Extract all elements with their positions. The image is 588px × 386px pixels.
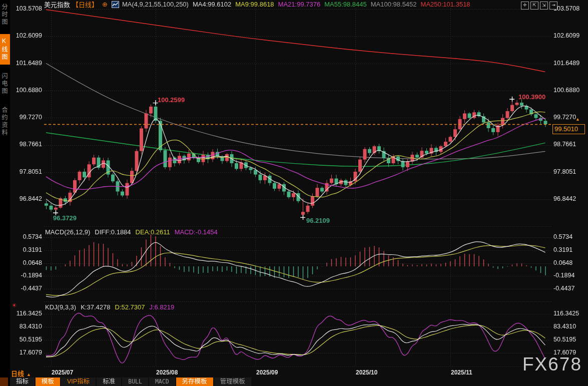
main-axis-label: 103.5708	[553, 5, 585, 12]
manage-template-button[interactable]: 管理模板	[214, 377, 251, 386]
kdj-k-value: K:37.4278	[81, 303, 110, 311]
macd-title: MACD(26,12,9)	[45, 228, 90, 236]
sidebar-item-contract-info[interactable]: 合约资料	[0, 103, 10, 140]
main-axis-label: 97.8051	[553, 168, 585, 175]
macd-axis-label: 0.3191	[553, 246, 585, 253]
shift-right-icon[interactable]: ⇥	[549, 2, 557, 10]
date-label: 2025/08	[156, 369, 178, 376]
ma55-value: MA55:98.8445	[324, 1, 367, 8]
symbol-title: 美元指数	[44, 0, 70, 9]
main-axis-label: 101.6489	[553, 60, 585, 67]
scale-left-icon[interactable]: ⇱	[530, 2, 538, 10]
period-label: 【日线】	[72, 0, 98, 9]
macd-diff-value: DIFF:0.1884	[95, 228, 131, 236]
main-axis-label: 103.5708	[13, 5, 42, 12]
sidebar: 分时图 K线图 闪电图 合约资料	[0, 0, 10, 386]
kdj-axis-label: 83.4310	[13, 323, 42, 330]
macd-axis-label: -0.4437	[13, 285, 42, 292]
kdj-d-value: D:52.7307	[115, 303, 145, 311]
date-label: 2025/09	[256, 369, 278, 376]
main-axis-label: 97.8051	[13, 168, 42, 175]
trading-app: 分时图 K线图 闪电图 合约资料 美元指数 【日线】 ⊕ MA(4,9,21,5…	[0, 0, 588, 386]
sidebar-item-lightning[interactable]: 闪电图	[0, 69, 10, 99]
main-axis-label: 100.6880	[553, 87, 585, 94]
corner-marker	[0, 377, 8, 386]
vip-indicator-button[interactable]: VIP指标	[61, 377, 96, 386]
layout-grid-icon[interactable]: ✛	[521, 2, 529, 10]
macd-axis-label: 0.5734	[553, 233, 585, 240]
macd-axis-label: -0.4437	[553, 285, 585, 292]
kdj-axis-label: 83.4310	[553, 323, 585, 330]
sidebar-item-kline[interactable]: K线图	[0, 34, 10, 65]
save-template-button[interactable]: 另存模板	[176, 377, 213, 386]
macd-header: MACD(26,12,9) DIFF:0.1884 DEA:0.2611 MAC…	[45, 228, 218, 236]
main-axis-label: 98.7661	[13, 141, 42, 148]
ma100-value: MA100:98.5452	[371, 1, 417, 8]
standard-button[interactable]: 标准	[97, 377, 121, 386]
low-annotation: 96.2109	[306, 217, 330, 224]
macd-axis-label: -0.1894	[13, 272, 42, 279]
high-annotation: 100.3900	[518, 93, 545, 101]
bottom-toolbar: 指标 模板 VIP指标 标准 BULL MACD 另存模板 管理模板	[10, 377, 251, 386]
main-axis-label: 98.7661	[553, 141, 585, 148]
date-label: 2025/11	[451, 369, 472, 376]
macd-axis-label: 0.3191	[13, 246, 42, 253]
main-axis-label: 102.6099	[553, 32, 585, 39]
kdj-axis-label: 116.3425	[13, 310, 42, 317]
ma4-value: MA4:99.6102	[193, 1, 231, 8]
period-selector[interactable]: 日线▲	[11, 368, 31, 378]
low-annotation: 96.3729	[53, 214, 77, 222]
chart-header: 美元指数 【日线】 ⊕ MA(4,9,21,55,100,250) MA4:99…	[44, 1, 470, 8]
bull-button[interactable]: BULL	[122, 377, 148, 386]
kdj-header: KDJ(9,3,3) K:37.4278 D:52.7307 J:6.8219	[45, 303, 174, 311]
macd-macd-value: MACD:-0.1454	[175, 228, 218, 236]
main-axis-label: 99.7270	[13, 114, 42, 121]
kdj-axis-label: 50.5195	[553, 336, 585, 343]
main-axis-label: 102.6099	[13, 32, 42, 39]
macd-dea-value: DEA:0.2611	[136, 228, 170, 236]
macd-axis-label: -0.1894	[553, 272, 585, 279]
date-label: 2025/10	[356, 369, 377, 376]
main-axis-label: 96.8442	[553, 195, 585, 202]
scale-right-icon[interactable]: ⇲	[540, 2, 548, 10]
kdj-j-value: J:6.8219	[149, 303, 174, 311]
ma-params: MA(4,9,21,55,100,250)	[122, 1, 189, 8]
main-axis-label: 101.6489	[13, 60, 42, 67]
last-price-tag: 99.5010	[552, 124, 585, 134]
main-axis-label: 100.6880	[13, 87, 42, 94]
price-up-arrow-icon: ▲	[575, 117, 580, 122]
fx678-watermark: FX678	[522, 354, 582, 375]
kdj-axis-label: 116.3425	[553, 310, 585, 317]
pane-marker-icon[interactable]: ☀	[12, 302, 17, 309]
ma9-value: MA9:99.8618	[235, 1, 274, 8]
kdj-axis-label: 50.5195	[13, 336, 42, 343]
chart-canvas[interactable]	[0, 0, 588, 386]
ma21-value: MA21:99.7376	[278, 1, 321, 8]
ma250-value: MA250:101.3518	[421, 1, 470, 8]
main-axis-label: 96.8442	[13, 195, 42, 202]
kdj-axis-label: 17.6079	[13, 349, 42, 356]
macd-button[interactable]: MACD	[149, 377, 175, 386]
indicator-button[interactable]: 指标	[10, 377, 35, 386]
chart-tools: ✛ ⇱ ⇲ ⇥	[521, 2, 557, 10]
chart-type-icon[interactable]	[112, 1, 119, 8]
macd-axis-label: 0.5734	[13, 233, 42, 240]
period-arrow-icon: ▲	[27, 372, 31, 377]
macd-axis-label: 0.0648	[13, 259, 42, 266]
kdj-title: KDJ(9,3,3)	[45, 303, 76, 311]
template-button[interactable]: 模板	[36, 377, 60, 386]
macd-axis-label: 0.0648	[553, 259, 585, 266]
high-annotation: 100.2599	[158, 96, 185, 104]
sidebar-item-timeline[interactable]: 分时图	[0, 0, 10, 30]
add-indicator-icon[interactable]: ⊕	[102, 1, 108, 8]
main-axis-label: 99.7270	[553, 114, 585, 121]
date-label: 2025/07	[52, 369, 73, 376]
